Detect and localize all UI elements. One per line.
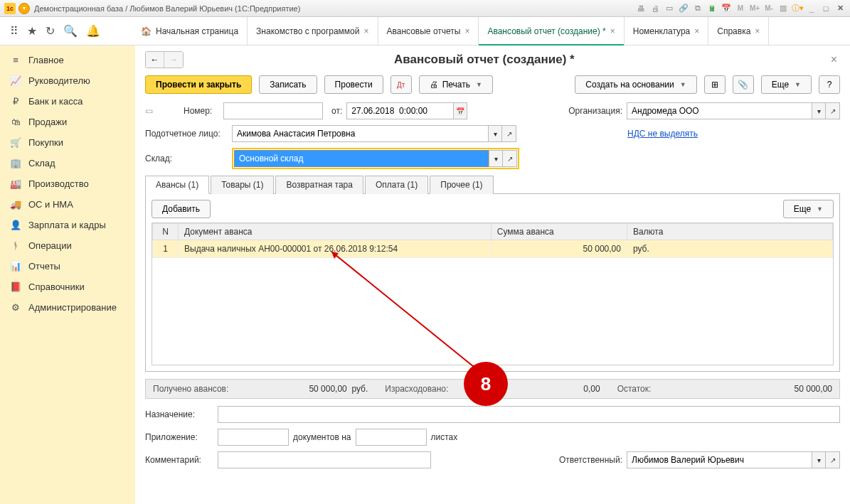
person-input[interactable] [232, 125, 488, 142]
post-and-close-button[interactable]: Провести и закрыть [145, 75, 252, 94]
minimize-icon[interactable]: _ [806, 3, 817, 14]
resp-input[interactable] [627, 451, 812, 468]
date-input[interactable] [346, 102, 453, 119]
close-icon[interactable]: × [694, 26, 699, 36]
number-input[interactable] [223, 102, 323, 119]
sidebar-item-purchases[interactable]: 🛒Покупки [0, 132, 135, 153]
main-panel: ← → Авансовый отчет (создание) * × Прове… [135, 45, 850, 504]
number-label: Номер: [184, 106, 219, 116]
tab-home[interactable]: 🏠Начальная страница [135, 17, 248, 45]
sidebar-item-stock[interactable]: 🏢Склад [0, 153, 135, 173]
org-input[interactable] [627, 102, 812, 119]
advances-grid[interactable]: N Документ аванса Сумма аванса Валюта 1 … [152, 222, 834, 365]
save-button[interactable]: Записать [259, 75, 317, 94]
print-button[interactable]: 🖨Печать▼ [419, 75, 493, 94]
add-button[interactable]: Добавить [152, 200, 211, 218]
drop-button[interactable]: ▾ [812, 451, 826, 468]
attach-button[interactable]: 📎 [733, 75, 754, 94]
col-sum: Сумма аванса [491, 224, 627, 240]
sidebar-item-admin[interactable]: ⚙Администрирование [0, 297, 135, 318]
close-icon[interactable]: × [464, 26, 469, 36]
open-button[interactable]: ↗ [826, 451, 840, 468]
sidebar-item-manager[interactable]: 📈Руководителю [0, 70, 135, 91]
star-icon[interactable]: ★ [27, 24, 37, 38]
post-button[interactable]: Провести [324, 75, 383, 94]
sidebar-item-assets[interactable]: 🚚ОС и НМА [0, 194, 135, 215]
sidebar-item-main[interactable]: ≡Главное [0, 50, 135, 70]
sklad-label: Склад: [145, 154, 228, 163]
tab-report-create[interactable]: Авансовый отчет (создание) *× [479, 17, 624, 45]
print-icon[interactable]: 🖶 [635, 3, 647, 14]
m-minus-icon[interactable]: M- [763, 3, 775, 14]
sidebar-item-refs[interactable]: 📕Справочники [0, 277, 135, 297]
close-page-icon[interactable]: × [828, 53, 840, 66]
totals-bar: Получено авансов:50 000,00 руб. Израсход… [145, 379, 840, 399]
calc-icon[interactable]: 🖩 [706, 3, 718, 14]
calendar-icon[interactable]: 📅 [721, 3, 732, 14]
sidebar-item-label: Справочники [28, 282, 85, 292]
apps-icon[interactable]: ⠿ [10, 24, 18, 38]
close-icon[interactable]: × [364, 26, 369, 36]
doctab-prochee[interactable]: Прочее (1) [430, 176, 493, 194]
doctab-tara[interactable]: Возвратная тара [275, 176, 363, 194]
more-button[interactable]: Еще▼ [761, 75, 812, 94]
vat-link[interactable]: НДС не выделять [627, 129, 698, 139]
open-button[interactable]: ↗ [503, 150, 517, 167]
sidebar-item-label: Продажи [28, 117, 67, 127]
open-button[interactable]: ↗ [502, 125, 516, 142]
nazn-input[interactable] [218, 406, 840, 423]
docs-count-input[interactable] [218, 429, 289, 446]
calendar-button[interactable]: 📅 [453, 102, 467, 119]
panels-icon[interactable]: ▥ [777, 3, 789, 14]
history-icon[interactable]: ↻ [46, 24, 55, 38]
doc-icon[interactable]: ▭ [664, 3, 675, 14]
link-icon[interactable]: 🔗 [678, 3, 689, 14]
bell-icon[interactable]: 🔔 [86, 24, 100, 38]
sidebar-item-ops[interactable]: ᚬОперации [0, 235, 135, 256]
info-icon[interactable]: ⓘ▾ [792, 3, 803, 14]
sidebar-item-reports[interactable]: 📊Отчеты [0, 256, 135, 277]
dt-kt-button[interactable]: Дт [391, 75, 412, 94]
sidebar-item-hr[interactable]: 👤Зарплата и кадры [0, 215, 135, 235]
docs-on-label: документов на [293, 432, 351, 442]
truck-icon: 🚚 [10, 199, 21, 210]
app-menu-drop-icon[interactable]: ▾ [18, 3, 30, 14]
doctab-avansy[interactable]: Авансы (1) [145, 176, 209, 194]
close-icon[interactable]: × [755, 26, 760, 36]
table-row[interactable]: 1 Выдача наличных АН00-000001 от 26.06.2… [153, 240, 833, 258]
maximize-icon[interactable]: □ [820, 3, 832, 14]
doctab-tovary[interactable]: Товары (1) [211, 176, 274, 194]
tab-nomenclature[interactable]: Номенклатура× [625, 17, 709, 45]
create-based-label: Создать на основании [585, 80, 674, 90]
doctab-oplata[interactable]: Оплата (1) [365, 176, 428, 194]
create-based-button[interactable]: Создать на основании▼ [575, 75, 696, 94]
m-plus-icon[interactable]: M+ [749, 3, 760, 14]
sklad-input[interactable] [234, 150, 489, 167]
comment-input[interactable] [218, 451, 431, 468]
tab-intro[interactable]: Знакомство с программой× [248, 17, 378, 45]
close-icon[interactable]: × [610, 26, 615, 36]
tab-body: Добавить Еще▼ N Документ аванса Сумма ав… [145, 194, 840, 372]
print2-icon[interactable]: 🖨 [649, 3, 661, 14]
search-icon[interactable]: 🔍 [63, 24, 78, 38]
sidebar-item-sales[interactable]: 🛍Продажи [0, 112, 135, 132]
help-button[interactable]: ? [819, 75, 840, 94]
struct-button[interactable]: ⊞ [704, 75, 726, 94]
sidebar-item-label: Склад [28, 158, 55, 168]
drop-button[interactable]: ▾ [812, 102, 826, 119]
bars-icon: 📊 [10, 261, 21, 272]
tab-reports[interactable]: Авансовые отчеты× [378, 17, 479, 45]
from-label: от: [331, 106, 342, 116]
drop-button[interactable]: ▾ [489, 150, 503, 167]
m-icon[interactable]: M [735, 3, 746, 14]
sidebar-item-production[interactable]: 🏭Производство [0, 173, 135, 194]
compare-icon[interactable]: ⧉ [692, 3, 703, 14]
close-window-icon[interactable]: ✕ [834, 3, 846, 14]
sheets-input[interactable] [356, 429, 427, 446]
drop-button[interactable]: ▾ [488, 125, 502, 142]
sidebar-item-bank[interactable]: ₽Банк и касса [0, 91, 135, 112]
grid-more-button[interactable]: Еще▼ [783, 200, 834, 218]
sidebar-item-label: Покупки [28, 137, 63, 148]
open-button[interactable]: ↗ [826, 102, 840, 119]
tab-help[interactable]: Справка× [708, 17, 769, 45]
